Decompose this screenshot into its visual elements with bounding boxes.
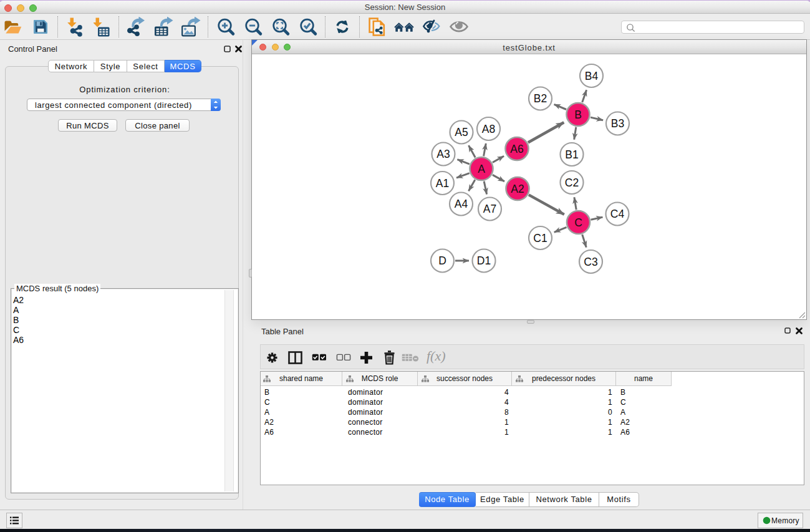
svg-text:A4: A4: [455, 198, 468, 210]
svg-text:D1: D1: [477, 254, 491, 267]
svg-text:A8: A8: [482, 123, 495, 135]
svg-text:B3: B3: [611, 117, 624, 130]
svg-text:B: B: [574, 109, 582, 121]
svg-text:A: A: [478, 163, 485, 175]
svg-text:B4: B4: [585, 70, 599, 82]
svg-text:C1: C1: [533, 232, 547, 244]
svg-text:C4: C4: [610, 208, 625, 220]
svg-text:C2: C2: [565, 177, 579, 189]
svg-text:A2: A2: [511, 183, 524, 195]
svg-text:B2: B2: [534, 92, 547, 105]
svg-text:C3: C3: [584, 256, 597, 268]
svg-text:A1: A1: [436, 177, 449, 190]
svg-text:D: D: [438, 254, 446, 267]
svg-text:A6: A6: [510, 143, 523, 155]
svg-text:C: C: [574, 216, 582, 229]
svg-text:A3: A3: [436, 148, 450, 160]
svg-text:A5: A5: [455, 126, 468, 138]
svg-text:B1: B1: [565, 148, 578, 161]
svg-text:A7: A7: [483, 203, 496, 215]
